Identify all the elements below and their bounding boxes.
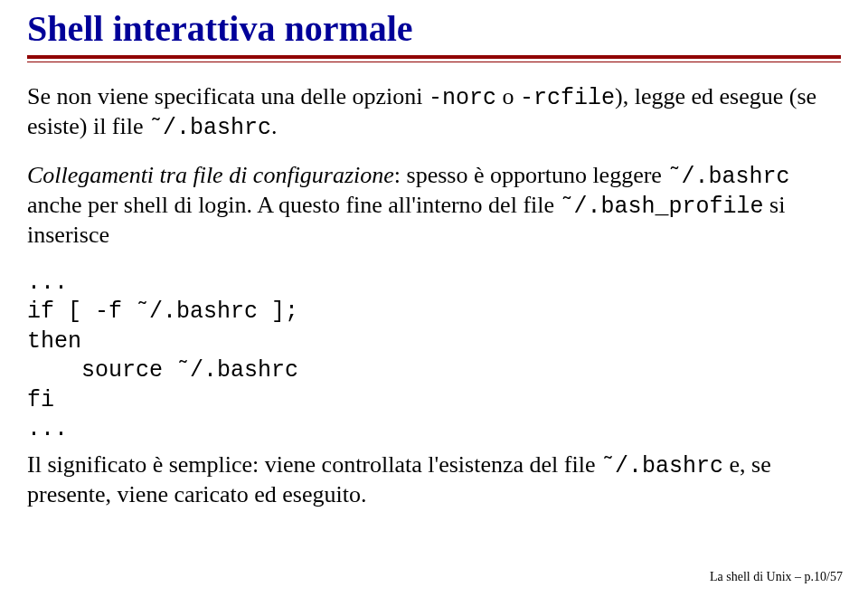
body-text: Se non viene specificata una delle opzio…	[27, 82, 841, 509]
text: Se non viene specificata una delle opzio…	[27, 83, 429, 109]
text: .	[271, 113, 278, 139]
paragraph-1: Se non viene specificata una delle opzio…	[27, 82, 841, 143]
footer-page-number: La shell di Unix – p.10/57	[710, 570, 843, 584]
code-inline: -rcfile	[520, 85, 615, 111]
code-inline: ˜/.bashrc	[667, 164, 789, 190]
text: o	[496, 83, 520, 109]
code-inline: ˜/.bashrc	[601, 453, 723, 479]
paragraph-2: Collegamenti tra file di configurazione:…	[27, 161, 841, 251]
code-inline: ˜/.bash_profile	[561, 194, 764, 220]
code-inline: -norc	[429, 85, 496, 111]
text-italic: Collegamenti tra file di configurazione	[27, 162, 394, 188]
slide-page: Shell interattiva normale Se non viene s…	[0, 0, 868, 597]
text: : spesso è opportuno leggere	[394, 162, 668, 188]
text: anche per shell di login. A questo fine …	[27, 192, 561, 218]
page-title: Shell interattiva normale	[27, 7, 841, 50]
code-block: ... if [ -f ˜/.bashrc ]; then source ˜/.…	[27, 269, 841, 445]
paragraph-3: Il significato è semplice: viene control…	[27, 450, 841, 510]
title-rule	[27, 55, 841, 62]
code-inline: ˜/.bashrc	[149, 115, 271, 141]
text: Il significato è semplice: viene control…	[27, 451, 601, 478]
